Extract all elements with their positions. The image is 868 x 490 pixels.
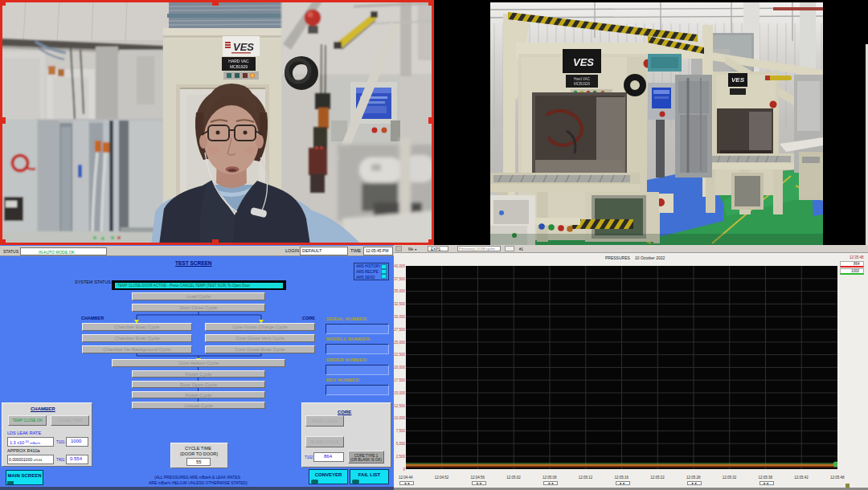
svg-text:VES: VES — [573, 56, 594, 68]
svg-text:MCB1926: MCB1926 — [574, 82, 591, 86]
svg-text:Hard VAC: Hard VAC — [574, 77, 591, 81]
svg-text:VES: VES — [731, 76, 745, 84]
